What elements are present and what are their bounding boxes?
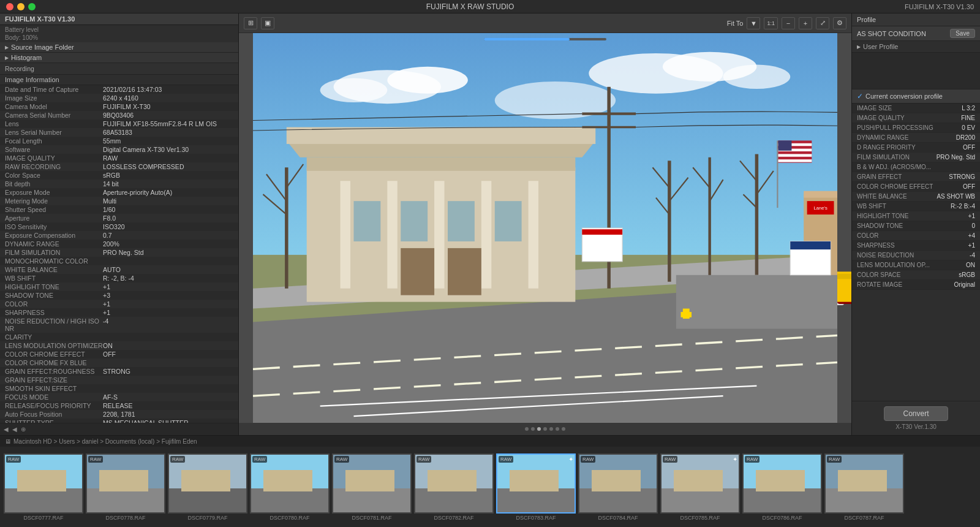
nav-dot-1[interactable] [525, 427, 529, 431]
thumb-frame: RAW [742, 453, 822, 514]
filmstrip-area: 🖥 Macintosh HD > Users > daniel > Docume… [0, 435, 980, 527]
thumb-frame: RAW [250, 453, 330, 514]
svg-rect-46 [777, 140, 778, 208]
thumb-frame: RAW✦ [496, 453, 576, 514]
filmstrip-item[interactable]: RAWDSCF0778.RAF [86, 453, 165, 521]
filmstrip-item[interactable]: RAWDSCF0781.RAF [332, 453, 412, 521]
info-row: Image Size6240 x 4160 [0, 94, 238, 102]
svg-point-3 [320, 78, 388, 102]
close-button[interactable] [6, 3, 13, 10]
svg-rect-15 [341, 181, 350, 288]
info-row: SHUTTER TYPEMS MECHANICAL SHUTTER [0, 419, 238, 423]
thumb-label: DSCF0781.RAF [352, 515, 391, 521]
svg-rect-50 [778, 154, 812, 156]
center-area: ⊞ ▣ Fit To ▼ 1:1 − + ⤢ ⚙ [239, 13, 851, 435]
minimize-button[interactable] [17, 3, 24, 10]
left-footer-btn3[interactable]: ⊕ [20, 425, 27, 434]
zoom-in-btn[interactable]: + [799, 17, 812, 29]
info-row: LENS MODULATION OPTIMIZERON [0, 341, 238, 350]
nav-dot-2[interactable] [531, 427, 535, 431]
progress-bar-fill [484, 38, 570, 40]
window-controls[interactable] [6, 3, 36, 10]
svg-point-2 [387, 67, 468, 94]
filmstrip-item[interactable]: RAWDSCF0782.RAF [414, 453, 494, 521]
svg-rect-56 [804, 191, 837, 198]
svg-rect-21 [287, 127, 595, 144]
svg-rect-79 [181, 470, 230, 491]
filmstrip-item[interactable]: RAWDSCF0787.RAF [824, 453, 904, 521]
info-row: Lens Serial Number68A53183 [0, 128, 238, 137]
thumb-badge: RAW [170, 456, 185, 463]
left-footer-btn1[interactable]: ◀ [2, 425, 10, 434]
profile-row: WB SHIFTR:-2 B:-4 [852, 202, 980, 211]
image-area: Lane's [239, 33, 851, 423]
svg-rect-23 [401, 201, 428, 241]
thumb-label: DSCF0782.RAF [434, 515, 473, 521]
grid-view-btn[interactable]: ⊞ [244, 17, 257, 29]
info-row: SoftwareDigital Camera X-T30 Ver1.30 [0, 145, 238, 154]
svg-rect-17 [434, 181, 444, 288]
nav-dot-3[interactable] [537, 427, 541, 431]
filmstrip-scroll[interactable]: RAWDSCF0777.RAFRAWDSCF0778.RAFRAWDSCF077… [0, 447, 980, 527]
svg-rect-75 [87, 488, 164, 512]
right-panel-header: Profile [852, 13, 980, 26]
nav-dot-6[interactable] [556, 427, 559, 431]
svg-rect-81 [251, 488, 328, 512]
nav-dot-4[interactable] [543, 427, 547, 431]
single-view-btn[interactable]: ▣ [261, 17, 274, 29]
zoom-fit-btn[interactable]: ⤢ [816, 17, 829, 29]
filmstrip-item[interactable]: RAW✦DSCF0783.RAF [496, 453, 576, 521]
thumb-badge: RAW [499, 456, 513, 463]
histogram-section[interactable]: ▶ Histogram [0, 53, 238, 63]
user-profile-row[interactable]: ▶ User Profile [852, 41, 980, 53]
svg-rect-70 [790, 241, 831, 249]
filmstrip-item[interactable]: RAW✦DSCF0785.RAF [660, 453, 740, 521]
titlebar: FUJIFILM X RAW STUDIO FUJIFILM X-T30 V1.… [0, 0, 980, 13]
filmstrip-item[interactable]: RAWDSCF0779.RAF [168, 453, 247, 521]
thumb-label: DSCF0778.RAF [105, 515, 145, 521]
info-row: Focal Length55mm [0, 137, 238, 145]
svg-rect-82 [263, 470, 312, 491]
nav-dot-5[interactable] [549, 427, 553, 431]
filmstrip-item[interactable]: RAWDSCF0784.RAF [578, 453, 658, 521]
info-row: Color SpacesRGB [0, 171, 238, 180]
thumb-badge: RAW [745, 456, 760, 463]
conversion-label: Current conversion profile [865, 93, 943, 100]
profile-row: IMAGE QUALITYFINE [852, 113, 980, 123]
zoom-100-btn[interactable]: 1:1 [764, 17, 778, 29]
profile-row: B & W ADJ. (ACROS/MO... [852, 162, 980, 172]
info-row: Auto Focus Position2208, 1781 [0, 410, 238, 419]
profile-row: COLOR SPACEsRGB [852, 270, 980, 280]
maximize-button[interactable] [28, 3, 36, 10]
zoom-out-btn[interactable]: − [782, 17, 795, 29]
filmstrip-item[interactable]: RAWDSCF0780.RAF [250, 453, 330, 521]
image-info-label: Image Information [0, 75, 238, 85]
left-footer-btn2[interactable]: ◀ [11, 425, 18, 434]
left-panel: FUJIFILM X-T30 V1.30 Battery level Body:… [0, 13, 239, 435]
svg-rect-87 [415, 488, 492, 512]
svg-rect-66 [837, 274, 851, 279]
convert-area: Convert X-T30 Ver.1.30 [852, 401, 980, 435]
thumb-frame: RAW [414, 453, 494, 514]
info-scroll[interactable]: Recording Image Information Date and Tim… [0, 63, 238, 423]
thumb-label: DSCF0777.RAF [23, 515, 63, 521]
filmstrip-item[interactable]: RAWDSCF0777.RAF [4, 453, 83, 521]
svg-rect-88 [428, 470, 477, 491]
nav-dot-7[interactable] [562, 427, 565, 431]
fit-dropdown-btn[interactable]: ▼ [747, 17, 760, 29]
convert-button[interactable]: Convert [884, 406, 948, 421]
filmstrip-item[interactable]: RAWDSCF0786.RAF [742, 453, 822, 521]
thumb-frame: RAW✦ [660, 453, 740, 514]
svg-rect-100 [756, 470, 805, 491]
settings-btn[interactable]: ⚙ [833, 17, 846, 29]
source-folder-section[interactable]: ▶ Source Image Folder [0, 42, 238, 53]
left-title: FUJIFILM X-T30 V1.30 [5, 15, 75, 23]
info-row: Camera ModelFUJIFILM X-T30 [0, 102, 238, 111]
info-row: RELEASE/FOCUS PRIORITYRELEASE [0, 401, 238, 410]
svg-rect-103 [838, 470, 887, 491]
camera-model-label: X-T30 Ver.1.30 [895, 423, 937, 430]
svg-rect-51 [778, 159, 812, 162]
svg-point-6 [723, 65, 791, 89]
as-shot-header: AS SHOT CONDITION Save [852, 26, 980, 41]
save-button[interactable]: Save [950, 29, 975, 38]
